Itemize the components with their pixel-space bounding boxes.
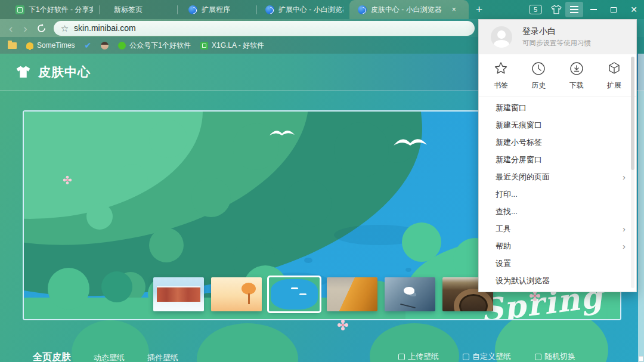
- scrollbar-down-arrow[interactable]: [639, 356, 643, 361]
- green-app-favicon: [16, 5, 24, 14]
- shuffle-icon: [535, 354, 541, 360]
- skin-shirt-button[interactable]: [547, 2, 565, 17]
- url-text: skin.minibai.com: [74, 23, 135, 33]
- menu-item-list: 新建窗口 新建无痕窗口 新建小号标签 新建分屏窗口 最近关闭的页面› 打印...…: [479, 97, 636, 292]
- menu-scrollbar-thumb[interactable]: [631, 57, 634, 170]
- upload-icon: [398, 354, 405, 360]
- avatar-icon: [101, 42, 109, 49]
- menu-item-print[interactable]: 打印...: [479, 185, 636, 203]
- random-switch-button[interactable]: 随机切换: [535, 351, 575, 362]
- tab-good-software[interactable]: 下1个好软件 - 分享实用: [10, 0, 99, 19]
- history-shortcut[interactable]: 历史: [531, 61, 546, 91]
- tab-close-icon[interactable]: ×: [452, 5, 456, 14]
- chevron-right-icon: ›: [623, 242, 626, 250]
- bookmark-label: X1G.LA - 好软件: [212, 41, 264, 51]
- menu-item-new-split-window[interactable]: 新建分屏窗口: [479, 151, 636, 168]
- thumbnail-autumn[interactable]: [211, 277, 262, 311]
- menu-shortcuts-row: 书签 历史 下载 扩展: [479, 54, 636, 97]
- bookmark-label: SomeTimes: [37, 41, 75, 49]
- menu-item-tools[interactable]: 工具›: [479, 220, 636, 237]
- bookmark-wechat[interactable]: 公众号下1个好软件: [118, 41, 191, 51]
- tab-label: 新标签页: [114, 5, 143, 15]
- wechat-icon: [118, 42, 126, 49]
- category-tab-fullpage[interactable]: 全页皮肤: [33, 351, 71, 362]
- login-subtitle: 可同步设置等使用习惯: [522, 39, 591, 48]
- category-tab[interactable]: 插件壁纸: [147, 352, 178, 362]
- action-label: 上传壁纸: [408, 351, 439, 362]
- shortcut-label: 历史: [531, 81, 546, 91]
- green-badge-icon: [200, 42, 208, 49]
- custom-icon: [463, 354, 469, 360]
- menu-item-settings[interactable]: 设置: [479, 255, 636, 272]
- maximize-icon: [611, 7, 617, 13]
- tab-skin-center-active[interactable]: 皮肤中心 - 小白浏览器 ×: [349, 0, 469, 19]
- menu-item-label: 最近关闭的页面: [496, 172, 550, 182]
- thumbnail-snow-village[interactable]: [153, 277, 204, 311]
- bookmark-sometimes[interactable]: SomeTimes: [26, 41, 75, 49]
- tab-bar: 下1个好软件 - 分享实用 新标签页 扩展程序 扩展中心 - 小白浏览器 皮肤中…: [0, 0, 644, 19]
- tab-new-tab[interactable]: 新标签页: [100, 0, 177, 19]
- bird-icon: [394, 134, 427, 147]
- tab-extensions[interactable]: 扩展程序: [178, 0, 256, 19]
- extensions-shortcut[interactable]: 扩展: [606, 61, 622, 91]
- bookmarks-shortcut[interactable]: 书签: [493, 61, 509, 91]
- shortcut-label: 下载: [569, 81, 584, 91]
- tab-label: 扩展中心 - 小白浏览器: [278, 5, 343, 15]
- bookmark-avatar[interactable]: [101, 42, 109, 49]
- page-scrollbar[interactable]: [638, 54, 644, 362]
- star-icon: [493, 61, 509, 76]
- shortcut-label: 扩展: [607, 81, 621, 91]
- address-bar[interactable]: ☆ skin.minibai.com: [54, 21, 475, 36]
- back-button[interactable]: ‹: [4, 23, 18, 34]
- tab-extension-center[interactable]: 扩展中心 - 小白浏览器: [257, 0, 349, 19]
- category-tab[interactable]: 动态壁纸: [94, 352, 125, 362]
- custom-wallpaper-button[interactable]: 自定义壁纸: [463, 351, 511, 362]
- blue-globe-favicon: [265, 5, 274, 14]
- water-droplet: [405, 268, 411, 272]
- avatar-icon: [491, 26, 512, 48]
- window-close-icon: ✕: [630, 5, 637, 14]
- menu-item-recently-closed[interactable]: 最近关闭的页面›: [479, 168, 636, 185]
- blue-globe-favicon: [358, 5, 367, 14]
- login-title: 登录小白: [522, 26, 591, 37]
- download-icon: [569, 61, 584, 76]
- forward-button[interactable]: ›: [18, 23, 32, 34]
- menu-scrollbar[interactable]: [631, 57, 634, 288]
- menu-item-new-small-tab[interactable]: 新建小号标签: [479, 134, 636, 151]
- main-menu-button[interactable]: [565, 2, 583, 17]
- menu-item-find[interactable]: 查找...: [479, 203, 636, 220]
- reload-button[interactable]: [36, 23, 47, 33]
- menu-item-new-incognito-window[interactable]: 新建无痕窗口: [479, 116, 636, 134]
- menu-item-label: 新建无痕窗口: [496, 120, 542, 131]
- tab-label: 下1个好软件 - 分享实用: [29, 5, 93, 15]
- menu-item-label: 打印...: [496, 189, 518, 200]
- thumbnail-desert-dunes[interactable]: [327, 277, 377, 311]
- bookmark-star-icon[interactable]: ☆: [61, 24, 69, 33]
- menu-item-label: 查找...: [496, 206, 518, 217]
- menu-item-help[interactable]: 帮助›: [479, 237, 636, 255]
- new-tab-button[interactable]: +: [469, 3, 490, 16]
- foliage-bumps: [402, 222, 441, 262]
- thumbnail-blue-bird[interactable]: [385, 277, 435, 311]
- menu-item-set-default-browser[interactable]: 设为默认浏览器: [479, 272, 636, 289]
- window-close-button[interactable]: ✕: [624, 1, 644, 18]
- check-icon: ✔: [85, 41, 92, 49]
- minimize-icon: [590, 9, 597, 10]
- menu-item-label: 设置: [496, 258, 511, 269]
- minimize-button[interactable]: [583, 1, 603, 18]
- login-row[interactable]: 登录小白 可同步设置等使用习惯: [479, 20, 636, 54]
- maximize-button[interactable]: [603, 1, 624, 18]
- cube-icon: [606, 61, 622, 76]
- folder-icon: [8, 42, 17, 49]
- tab-counter-badge[interactable]: 5: [529, 5, 542, 14]
- downloads-shortcut[interactable]: 下载: [569, 61, 584, 91]
- thumbnail-spring-lake-selected[interactable]: [269, 277, 320, 311]
- menu-item-label: 设为默认浏览器: [496, 276, 550, 286]
- reload-icon: [36, 23, 47, 33]
- bookmark-x1g[interactable]: X1G.LA - 好软件: [200, 41, 264, 51]
- menu-item-label: 工具: [496, 224, 511, 234]
- menu-item-new-window[interactable]: 新建窗口: [479, 99, 636, 116]
- upload-wallpaper-button[interactable]: 上传壁纸: [398, 351, 439, 362]
- bookmark-check[interactable]: ✔: [85, 41, 92, 49]
- bookmark-folder[interactable]: [8, 42, 17, 49]
